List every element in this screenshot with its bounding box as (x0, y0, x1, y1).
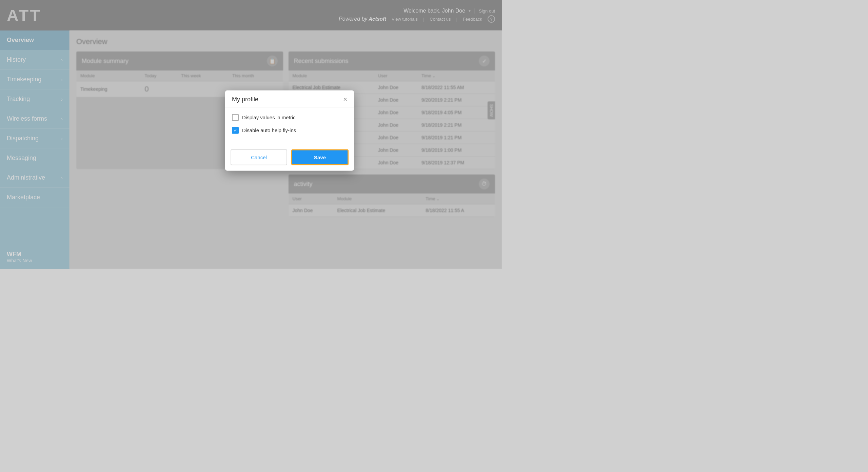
save-button[interactable]: Save (291, 149, 349, 165)
auto-help-checkbox-row: ✓ Disable auto help fly-ins (232, 127, 347, 134)
metric-checkbox-row: Display values in metric (232, 114, 347, 121)
metric-label: Display values in metric (242, 115, 296, 120)
close-icon[interactable]: × (343, 96, 347, 103)
modal-header: My profile × (225, 90, 354, 107)
cancel-button[interactable]: Cancel (231, 149, 287, 165)
modal-body: Display values in metric ✓ Disable auto … (225, 107, 354, 145)
auto-help-label: Disable auto help fly-ins (242, 127, 296, 133)
my-profile-modal: My profile × Display values in metric ✓ … (225, 90, 354, 170)
auto-help-checkbox[interactable]: ✓ (232, 127, 239, 134)
modal-footer: Cancel Save (225, 145, 354, 170)
metric-checkbox[interactable] (232, 114, 239, 121)
modal-title: My profile (232, 96, 258, 103)
